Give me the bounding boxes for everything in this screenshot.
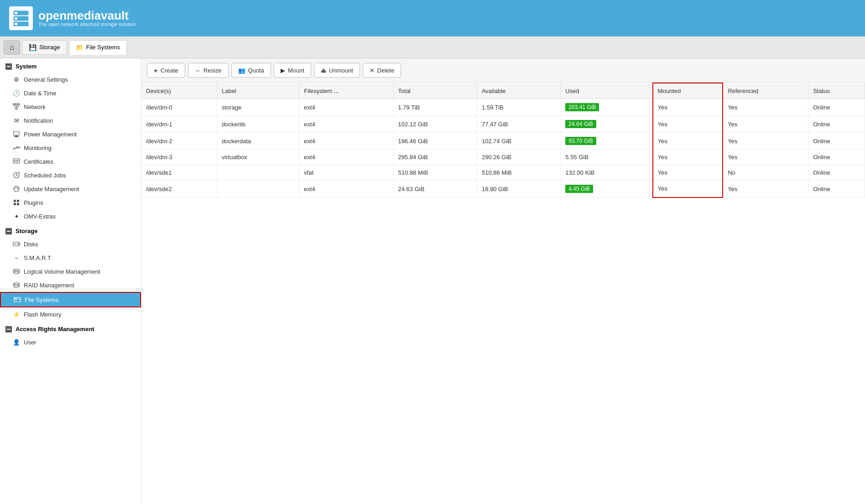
- cell-device: /dev/dm-0: [141, 99, 217, 116]
- sidebar-item-filesystems[interactable]: File Systems: [0, 292, 141, 307]
- disks-icon: [13, 240, 20, 248]
- cell-device: /dev/dm-2: [141, 133, 217, 150]
- cell-available: 77.47 GiB: [477, 116, 560, 133]
- unmount-button[interactable]: ⏏ Unmount: [314, 63, 360, 78]
- table-row[interactable]: /dev/sde2ext424.63 GiB18.90 GiB4.45 GiBY…: [141, 181, 865, 197]
- cell-device: /dev/sde1: [141, 165, 217, 181]
- app-header: openmediavault The open network attached…: [0, 0, 865, 36]
- sidebar-item-notification[interactable]: ✉ Notification: [0, 114, 141, 127]
- sidebar-collapse-button[interactable]: ◀: [141, 64, 141, 77]
- cell-available: 102.74 GiB: [477, 133, 560, 150]
- cell-status: Online: [808, 150, 865, 165]
- quota-label: Quota: [248, 67, 264, 74]
- sidebar-item-disks[interactable]: Disks: [0, 237, 141, 251]
- svg-point-41: [14, 286, 19, 287]
- sidebar-section-system[interactable]: System: [0, 58, 141, 73]
- mount-button[interactable]: ▶ Mount: [274, 63, 311, 78]
- svg-rect-30: [17, 203, 19, 205]
- quota-button[interactable]: 👥 Quota: [231, 63, 271, 78]
- svg-rect-29: [14, 203, 16, 205]
- sidebar-label-certificates: Certificates: [24, 158, 53, 165]
- resize-label: Resize: [203, 67, 222, 74]
- col-header-referenced: Referenced: [723, 83, 808, 99]
- cell-total: 196.46 GiB: [393, 133, 477, 150]
- sidebar-item-raid[interactable]: RAID Management: [0, 278, 141, 292]
- sidebar-item-scheduled-jobs[interactable]: Scheduled Jobs: [0, 168, 141, 182]
- svg-rect-3: [15, 12, 17, 14]
- resize-icon: ↔: [195, 67, 201, 74]
- cell-mounted: Yes: [653, 116, 723, 133]
- sidebar-item-general-settings[interactable]: ⚙ General Settings: [0, 73, 141, 86]
- sidebar-item-update-management[interactable]: Update Management: [0, 182, 141, 196]
- cell-used: 4.45 GiB: [561, 181, 653, 197]
- tab-filesystems-label: File Systems: [86, 44, 120, 51]
- sidebar-item-plugins[interactable]: Plugins: [0, 196, 141, 209]
- cell-referenced: Yes: [723, 181, 808, 197]
- cell-device: /dev/sde2: [141, 181, 217, 197]
- svg-rect-8: [18, 104, 20, 105]
- datetime-icon: 🕐: [13, 89, 20, 97]
- plugins-icon: [13, 199, 20, 206]
- svg-rect-27: [14, 200, 16, 202]
- col-header-label: Label: [217, 83, 299, 99]
- col-header-used: Used: [561, 83, 653, 99]
- col-header-device: Device(s): [141, 83, 217, 99]
- storage-section-collapse-icon: [5, 228, 12, 234]
- sidebar-item-lvm[interactable]: Logical Volume Management: [0, 265, 141, 278]
- sidebar-item-monitoring[interactable]: Monitoring: [0, 141, 141, 155]
- sidebar-item-network[interactable]: Network: [0, 100, 141, 114]
- storage-icon: 💾: [29, 44, 36, 51]
- logo-icon: [9, 6, 33, 30]
- cell-label: storage: [217, 99, 299, 116]
- used-badge: 93.70 GiB: [565, 137, 596, 145]
- svg-point-26: [14, 186, 19, 192]
- table-row[interactable]: /dev/dm-0storageext41.79 TiB1.59 TiB203.…: [141, 99, 865, 116]
- tab-storage[interactable]: 💾 Storage: [22, 40, 67, 55]
- fs-icon: [14, 296, 21, 303]
- sidebar-item-smart[interactable]: ~ S.M.A.R.T.: [0, 251, 141, 265]
- resize-button[interactable]: ↔ Resize: [188, 63, 229, 78]
- create-button[interactable]: + Create: [147, 63, 185, 78]
- table-row[interactable]: /dev/sde1vfat510.98 MiB510.86 MiB132.00 …: [141, 165, 865, 181]
- svg-point-19: [14, 160, 16, 162]
- sidebar: ◀ System ⚙ General Settings 🕐 Date & Tim…: [0, 58, 141, 504]
- sidebar-item-certificates[interactable]: Certificates: [0, 155, 141, 168]
- home-icon: ⌂: [10, 43, 14, 52]
- used-badge: 24.64 GiB: [565, 120, 596, 128]
- scheduled-jobs-icon: [13, 171, 20, 179]
- table-row[interactable]: /dev/dm-1dockerlibext4102.12 GiB77.47 Gi…: [141, 116, 865, 133]
- col-header-filesystem: Filesystem ...: [299, 83, 393, 99]
- logo: openmediavault The open network attached…: [9, 6, 136, 30]
- cell-referenced: Yes: [723, 150, 808, 165]
- sidebar-label-monitoring: Monitoring: [24, 145, 52, 151]
- omvextras-icon: ✦: [13, 213, 20, 220]
- sidebar-item-power-management[interactable]: Power Management: [0, 127, 141, 141]
- svg-rect-16: [15, 135, 18, 136]
- sidebar-label-general-settings: General Settings: [24, 76, 68, 83]
- cell-label: [217, 165, 299, 181]
- sidebar-item-user[interactable]: 👤 User: [0, 335, 141, 349]
- sidebar-label-flash-memory: Flash Memory: [24, 311, 61, 318]
- sidebar-label-omvextras: OMV-Extras: [24, 213, 56, 220]
- sidebar-section-storage[interactable]: Storage: [0, 223, 141, 237]
- cell-label: virtualbox: [217, 150, 299, 165]
- lvm-icon: [13, 268, 20, 275]
- raid-icon: [13, 281, 20, 289]
- mount-icon: ▶: [281, 67, 285, 74]
- home-tab[interactable]: ⌂: [4, 40, 20, 55]
- sidebar-item-datetime[interactable]: 🕐 Date & Time: [0, 86, 141, 100]
- sidebar-item-flash-memory[interactable]: ⚡ Flash Memory: [0, 307, 141, 321]
- toolbar: + Create ↔ Resize 👥 Quota ▶ Mount ⏏ Unmo…: [141, 58, 865, 83]
- delete-button[interactable]: ✕ Delete: [363, 63, 401, 78]
- system-collapse-icon: [5, 63, 12, 70]
- cell-referenced: No: [723, 165, 808, 181]
- tab-filesystems[interactable]: 📁 File Systems: [69, 40, 127, 55]
- table-row[interactable]: /dev/dm-3virtualboxext4295.84 GiB290.26 …: [141, 150, 865, 165]
- sidebar-item-omv-extras[interactable]: ✦ OMV-Extras: [0, 209, 141, 223]
- sidebar-section-arm[interactable]: Access Rights Management: [0, 321, 141, 335]
- cell-total: 295.84 GiB: [393, 150, 477, 165]
- table-row[interactable]: /dev/dm-2dockerdataext4196.46 GiB102.74 …: [141, 133, 865, 150]
- sidebar-label-network: Network: [24, 104, 46, 110]
- sidebar-label-raid: RAID Management: [24, 282, 74, 289]
- cell-referenced: Yes: [723, 116, 808, 133]
